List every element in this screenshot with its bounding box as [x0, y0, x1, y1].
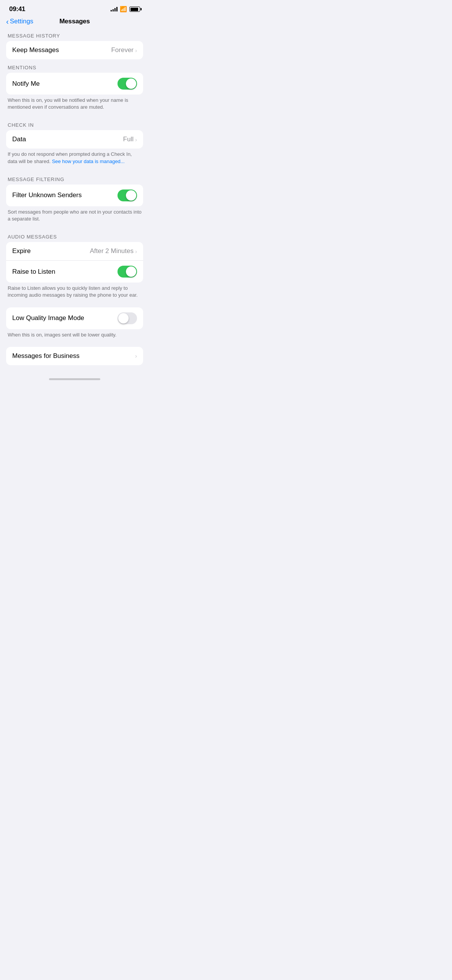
toggle-thumb: [118, 313, 129, 323]
expire-value: After 2 Minutes ›: [90, 247, 137, 255]
page-title: Messages: [59, 18, 90, 25]
section-messages-for-business: Messages for Business ›: [0, 347, 149, 365]
status-bar: 09:41 📶: [0, 0, 149, 15]
signal-icon: [111, 7, 117, 11]
section-footer-mentions: When this is on, you will be notified wh…: [0, 95, 149, 117]
back-chevron-icon: ‹: [6, 18, 9, 25]
card-message-filtering: Filter Unknown Senders: [6, 185, 143, 206]
row-notify-me: Notify Me: [6, 73, 143, 95]
section-footer-check-in: If you do not respond when prompted duri…: [0, 149, 149, 171]
toggle-thumb: [126, 266, 136, 277]
row-keep-messages[interactable]: Keep Messages Forever ›: [6, 41, 143, 59]
notify-me-toggle[interactable]: [117, 78, 137, 90]
wifi-icon: 📶: [120, 6, 127, 13]
home-indicator: [0, 375, 149, 383]
chevron-icon: ›: [135, 47, 137, 54]
messages-for-business-value: ›: [135, 353, 137, 359]
raise-to-listen-toggle[interactable]: [117, 266, 137, 278]
section-header-message-history: MESSAGE HISTORY: [0, 30, 149, 41]
expire-label: Expire: [12, 247, 31, 255]
card-audio-messages: Expire After 2 Minutes › Raise to Listen: [6, 242, 143, 283]
data-value: Full ›: [123, 136, 137, 143]
chevron-icon: ›: [135, 353, 137, 359]
keep-messages-value: Forever ›: [111, 46, 137, 54]
section-header-message-filtering: MESSAGE FILTERING: [0, 173, 149, 185]
notify-me-label: Notify Me: [12, 80, 40, 88]
raise-to-listen-label: Raise to Listen: [12, 268, 55, 276]
settings-content: MESSAGE HISTORY Keep Messages Forever › …: [0, 30, 149, 375]
back-label: Settings: [10, 18, 33, 25]
chevron-icon: ›: [135, 248, 137, 255]
status-time: 09:41: [9, 5, 25, 13]
nav-bar: ‹ Settings Messages: [0, 15, 149, 30]
toggle-thumb: [126, 78, 136, 89]
row-raise-to-listen: Raise to Listen: [6, 260, 143, 283]
keep-messages-label: Keep Messages: [12, 46, 59, 54]
data-label: Data: [12, 136, 26, 143]
section-header-mentions: MENTIONS: [0, 62, 149, 73]
chevron-icon: ›: [135, 136, 137, 143]
messages-for-business-label: Messages for Business: [12, 352, 80, 360]
card-check-in: Data Full ›: [6, 130, 143, 149]
low-quality-toggle[interactable]: [117, 312, 137, 324]
row-data[interactable]: Data Full ›: [6, 130, 143, 149]
section-check-in: CHECK IN Data Full › If you do not respo…: [0, 119, 149, 171]
section-header-check-in: CHECK IN: [0, 119, 149, 130]
card-message-history: Keep Messages Forever ›: [6, 41, 143, 59]
section-header-audio-messages: AUDIO MESSAGES: [0, 231, 149, 242]
filter-unknown-label: Filter Unknown Senders: [12, 191, 82, 199]
card-messages-for-business: Messages for Business ›: [6, 347, 143, 365]
section-low-quality: Low Quality Image Mode When this is on, …: [0, 307, 149, 345]
section-footer-message-filtering: Sort messages from people who are not in…: [0, 206, 149, 229]
low-quality-label: Low Quality Image Mode: [12, 314, 84, 322]
battery-icon: [129, 7, 140, 12]
row-low-quality-image: Low Quality Image Mode: [6, 307, 143, 329]
card-mentions: Notify Me: [6, 73, 143, 95]
toggle-thumb: [126, 190, 136, 201]
home-bar: [49, 378, 100, 380]
row-filter-unknown: Filter Unknown Senders: [6, 185, 143, 206]
section-message-history: MESSAGE HISTORY Keep Messages Forever ›: [0, 30, 149, 59]
row-expire[interactable]: Expire After 2 Minutes ›: [6, 242, 143, 260]
section-footer-low-quality: When this is on, images sent will be low…: [0, 329, 149, 345]
section-message-filtering: MESSAGE FILTERING Filter Unknown Senders…: [0, 173, 149, 229]
row-messages-for-business[interactable]: Messages for Business ›: [6, 347, 143, 365]
card-low-quality: Low Quality Image Mode: [6, 307, 143, 329]
section-mentions: MENTIONS Notify Me When this is on, you …: [0, 62, 149, 117]
section-audio-messages: AUDIO MESSAGES Expire After 2 Minutes › …: [0, 231, 149, 305]
status-icons: 📶: [111, 6, 140, 13]
back-button[interactable]: ‹ Settings: [6, 18, 33, 25]
section-footer-audio-messages: Raise to Listen allows you to quickly li…: [0, 283, 149, 305]
filter-unknown-toggle[interactable]: [117, 189, 137, 201]
see-how-data-link[interactable]: See how your data is managed...: [52, 158, 125, 164]
